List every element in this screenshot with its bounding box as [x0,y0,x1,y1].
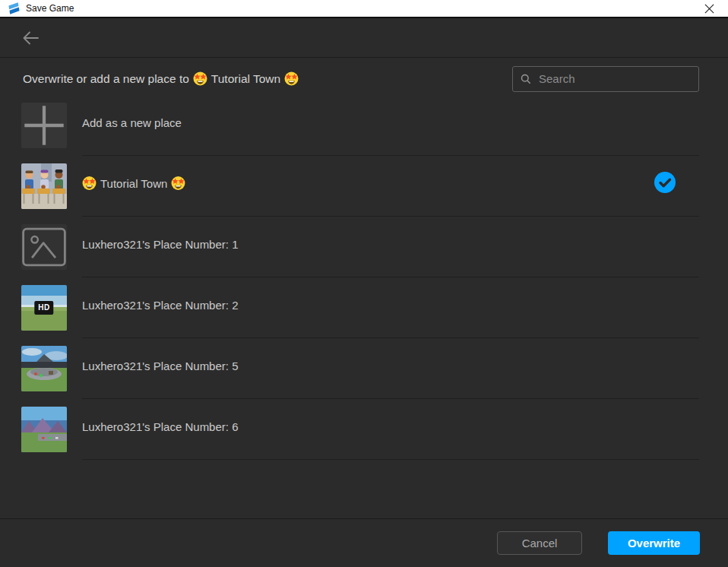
image-placeholder-icon [21,224,67,270]
divider [82,398,699,399]
cancel-button[interactable]: Cancel [497,531,582,555]
game-name: Tutorial Town [211,72,280,86]
search-input[interactable] [537,71,691,86]
dialog-navbar [0,18,728,58]
content-header: Overwrite or add a new place to Tutorial… [0,58,728,100]
star-struck-emoji [171,176,185,191]
star-struck-emoji [284,71,299,86]
dialog-footer: Cancel Overwrite [0,518,728,567]
hd-badge: HD [34,301,53,315]
search-box[interactable] [512,66,699,92]
selected-check-icon [654,172,676,193]
overwrite-button[interactable]: Overwrite [608,531,700,555]
place-label: Luxhero321's Place Number: 2 [82,299,238,312]
place-thumbnail-mountains [21,407,67,452]
list-item-add-new-place[interactable]: Add as a new place [0,100,728,160]
list-item-tutorial-town[interactable]: Tutorial Town [0,160,728,221]
place-label: Tutorial Town [82,176,185,191]
place-label: Luxhero321's Place Number: 6 [82,420,238,433]
prompt-prefix: Overwrite or add a new place to [23,72,189,86]
divider [82,277,699,277]
window-titlebar: Save Game [0,0,728,18]
search-icon [521,74,531,84]
place-thumbnail-campsite [21,346,67,391]
place-label: Luxhero321's Place Number: 1 [82,238,238,251]
divider [82,216,699,217]
star-struck-emoji [82,176,97,191]
place-thumbnail-classroom [21,163,67,209]
list-item-place-2[interactable]: HD Luxhero321's Place Number: 2 [0,282,728,343]
close-icon[interactable] [696,0,722,17]
divider [82,337,699,338]
star-struck-emoji [193,71,207,86]
place-list: Add as a new place [0,100,728,464]
list-item-place-6[interactable]: Luxhero321's Place Number: 6 [0,404,728,464]
plus-icon [21,103,67,148]
place-label: Luxhero321's Place Number: 5 [82,360,238,372]
page-title: Overwrite or add a new place to Tutorial… [23,71,299,86]
divider [82,459,699,460]
roblox-studio-logo-icon [8,2,21,14]
list-item-place-1[interactable]: Luxhero321's Place Number: 1 [0,221,728,282]
place-thumbnail-field: HD [21,285,67,331]
list-item-place-5[interactable]: Luxhero321's Place Number: 5 [0,343,728,404]
missing-image-thumbnail [21,224,67,270]
divider [82,155,699,156]
back-arrow-icon[interactable] [20,27,41,49]
place-label: Add as a new place [82,116,182,129]
window-title: Save Game [26,3,74,14]
add-place-thumbnail [21,103,67,148]
